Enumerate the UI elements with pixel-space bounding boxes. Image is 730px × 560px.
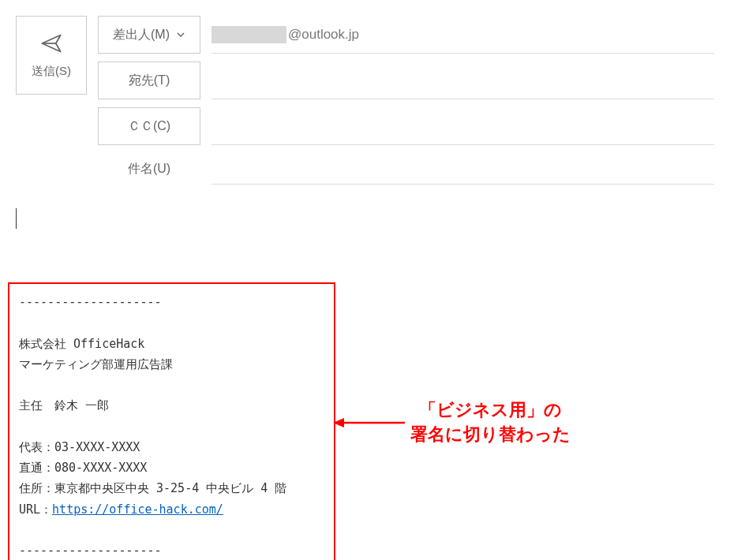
to-value[interactable] [212,62,714,99]
send-button[interactable]: 送信(S) [16,16,87,95]
field-values: @outlook.jp [212,16,730,192]
to-button[interactable]: 宛先(T) [98,62,200,99]
cc-button[interactable]: ＣＣ(C) [98,107,200,145]
send-label: 送信(S) [32,64,71,79]
from-value-suffix: @outlook.jp [288,27,359,43]
cc-label: ＣＣ(C) [128,118,170,135]
signature-title-name: 主任 鈴木 一郎 [19,395,324,416]
signature-box: -------------------- 株式会社 OfficeHack マーケ… [8,282,335,560]
from-value[interactable]: @outlook.jp [212,16,714,54]
arrow-left-icon [331,411,406,435]
signature-tel-main: 代表：03-XXXX-XXXX [19,437,324,457]
signature-department: マーケティング部運用広告課 [19,354,324,375]
signature-url-line: URL：https://office-hack.com/ [19,499,324,520]
from-label: 差出人(M) [113,27,170,43]
signature-divider-top: -------------------- [19,292,324,312]
annotation-line1: 「ビジネス用」の [410,398,571,423]
chevron-down-icon [176,30,185,39]
text-cursor [16,208,17,229]
signature-url-link[interactable]: https://office-hack.com/ [52,502,223,517]
compose-header: 送信(S) 差出人(M) 宛先(T) ＣＣ(C) 件名(U) @outlook.… [0,0,730,192]
signature-address: 住所：東京都中央区中央 3-25-4 中央ビル 4 階 [19,478,324,498]
subject-label-row: 件名(U) [98,153,200,185]
to-label: 宛先(T) [129,73,170,89]
subject-label: 件名(U) [128,161,170,177]
annotation-line2: 署名に切り替わった [410,423,571,447]
signature-tel-direct: 直通：080-XXXX-XXXX [19,457,324,478]
send-icon [40,32,62,54]
signature-divider-bottom: -------------------- [19,540,324,560]
annotation: 「ビジネス用」の 署名に切り替わった [331,398,571,447]
subject-value[interactable] [212,153,714,185]
redacted-from-prefix [212,26,286,43]
annotation-text: 「ビジネス用」の 署名に切り替わった [410,398,571,447]
from-button[interactable]: 差出人(M) [98,16,200,54]
cc-value[interactable] [212,107,714,145]
signature-company: 株式会社 OfficeHack [19,334,324,354]
field-buttons: 差出人(M) 宛先(T) ＣＣ(C) 件名(U) [98,16,200,192]
signature-url-label: URL： [19,502,52,517]
svg-marker-2 [333,418,344,427]
compose-body[interactable] [0,192,730,229]
